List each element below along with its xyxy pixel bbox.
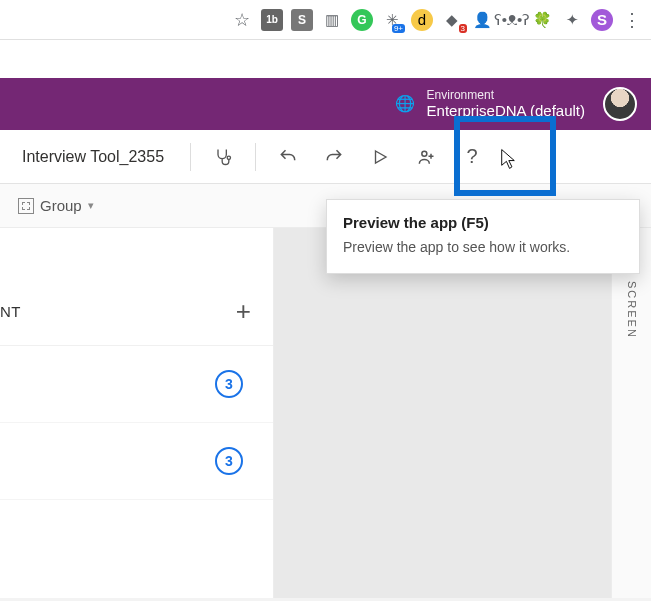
- svg-marker-1: [376, 151, 387, 163]
- tooltip-body: Preview the app to see how it works.: [343, 239, 623, 255]
- chrome-profile-avatar[interactable]: S: [591, 9, 613, 31]
- toolbar-divider: [190, 143, 191, 171]
- play-icon: [371, 148, 389, 166]
- design-canvas[interactable]: [274, 228, 611, 598]
- evernote-icon[interactable]: 🍀: [531, 9, 553, 31]
- group-icon: [18, 198, 34, 214]
- svg-point-2: [422, 151, 427, 156]
- right-rail: ‹ SCREEN: [611, 228, 651, 598]
- add-icon[interactable]: +: [236, 296, 251, 327]
- share-person-icon: [416, 147, 436, 167]
- skype-icon[interactable]: S: [291, 9, 313, 31]
- svg-point-0: [227, 156, 230, 159]
- extensions-puzzle-icon[interactable]: ✦: [561, 9, 583, 31]
- extension-icon-1[interactable]: 1b: [261, 9, 283, 31]
- undo-button[interactable]: [268, 137, 308, 177]
- chrome-menu-icon[interactable]: ⋮: [621, 9, 643, 31]
- redo-icon: [324, 147, 344, 167]
- left-panel: NT + 3 3: [0, 228, 274, 598]
- extension-icon-person[interactable]: 👤: [471, 9, 493, 31]
- app-name: Interview Tool_2355: [8, 148, 178, 166]
- count-badge: 3: [215, 447, 243, 475]
- grammarly-icon[interactable]: G: [351, 9, 373, 31]
- extension-icon-badge[interactable]: ◆: [441, 9, 463, 31]
- share-button[interactable]: [406, 137, 446, 177]
- list-item[interactable]: 3: [0, 346, 273, 423]
- extension-icon-rays[interactable]: ✳9+: [381, 9, 403, 31]
- chevron-down-icon: ▾: [88, 199, 94, 212]
- group-button[interactable]: Group ▾: [10, 193, 102, 218]
- canvas-area: NT + 3 3 ‹ SCREEN: [0, 228, 651, 598]
- redo-button[interactable]: [314, 137, 354, 177]
- help-button[interactable]: ?: [452, 137, 492, 177]
- environment-label: Environment: [427, 88, 585, 102]
- extension-icon-bars[interactable]: ▥: [321, 9, 343, 31]
- toolbar-divider: [255, 143, 256, 171]
- environment-selector[interactable]: 🌐 Environment EnterpriseDNA (default): [395, 88, 585, 120]
- globe-icon: 🌐: [395, 94, 415, 113]
- list-item[interactable]: 3: [0, 423, 273, 500]
- user-avatar[interactable]: [603, 87, 637, 121]
- panel-header: NT +: [0, 288, 273, 346]
- undo-icon: [278, 147, 298, 167]
- tooltip-title: Preview the app (F5): [343, 214, 623, 231]
- tab-strip-area: [0, 40, 651, 78]
- app-header-bar: 🌐 Environment EnterpriseDNA (default): [0, 78, 651, 130]
- preview-tooltip: Preview the app (F5) Preview the app to …: [326, 199, 640, 274]
- rail-label[interactable]: SCREEN: [626, 281, 638, 339]
- panel-header-text: NT: [0, 303, 21, 320]
- preview-app-button[interactable]: [360, 137, 400, 177]
- environment-value: EnterpriseDNA (default): [427, 102, 585, 120]
- bookmark-star-icon[interactable]: ☆: [231, 9, 253, 31]
- stethoscope-icon: [213, 147, 233, 167]
- extension-icon-yellow[interactable]: d: [411, 9, 433, 31]
- group-label: Group: [40, 197, 82, 214]
- count-badge: 3: [215, 370, 243, 398]
- app-toolbar: Interview Tool_2355 ?: [0, 130, 651, 184]
- help-icon: ?: [466, 145, 477, 168]
- browser-extension-bar: ☆ 1b S ▥ G ✳9+ d ◆ 👤 ʕ•ᴥ•ʔ 🍀 ✦ S ⋮: [0, 0, 651, 40]
- extension-icon-paw[interactable]: ʕ•ᴥ•ʔ: [501, 9, 523, 31]
- app-checker-button[interactable]: [203, 137, 243, 177]
